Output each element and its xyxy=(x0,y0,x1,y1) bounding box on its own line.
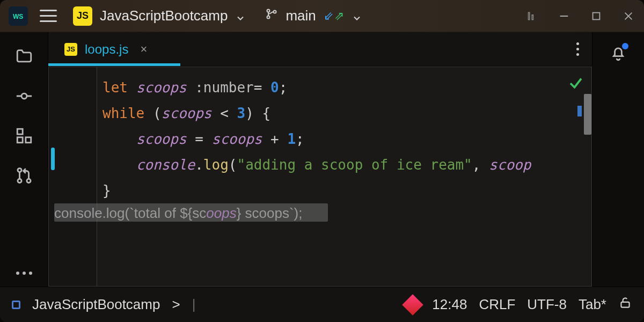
main-menu-button[interactable] xyxy=(40,10,57,22)
editor-tab-bar: JS loops.js × xyxy=(48,32,592,67)
main-area: JS loops.js × let scoops :number= 0; whi… xyxy=(0,32,644,287)
svg-point-17 xyxy=(26,179,30,182)
build-icon[interactable] xyxy=(402,294,423,316)
vertical-scrollbar[interactable] xyxy=(584,94,591,135)
close-window-button[interactable] xyxy=(623,10,634,22)
cursor-position[interactable]: 12:48 xyxy=(432,296,467,313)
svg-rect-18 xyxy=(621,302,629,308)
error-stripe-mark[interactable] xyxy=(577,106,582,116)
branch-name: main xyxy=(286,8,316,24)
close-tab-button[interactable]: × xyxy=(140,42,147,56)
problems-ok-icon[interactable] xyxy=(568,75,584,93)
chevron-down-icon xyxy=(235,11,246,21)
notification-dot-icon xyxy=(622,43,628,49)
commit-tool-button[interactable] xyxy=(15,87,33,105)
account-icon[interactable] xyxy=(525,10,537,22)
svg-point-9 xyxy=(21,93,27,99)
left-tool-rail xyxy=(0,32,48,287)
svg-rect-14 xyxy=(25,137,31,143)
svg-rect-4 xyxy=(532,14,533,19)
editor-area: JS loops.js × let scoops :number= 0; whi… xyxy=(48,32,592,287)
tab-active-indicator xyxy=(48,63,180,66)
indent-setting[interactable]: Tab* xyxy=(579,296,606,313)
module-icon xyxy=(12,301,20,309)
status-bar: JavaScriptBootcamp > | 12:48 CRLF UTF-8 … xyxy=(0,287,644,322)
more-tools-button[interactable] xyxy=(16,272,32,275)
breadcrumb-project[interactable]: JavaScriptBootcamp xyxy=(32,296,160,313)
gutter xyxy=(49,67,97,286)
tab-actions-button[interactable] xyxy=(576,42,579,56)
pull-requests-tool-button[interactable] xyxy=(15,166,33,185)
structure-tool-button[interactable] xyxy=(15,127,33,145)
svg-point-15 xyxy=(17,169,21,172)
code-editor[interactable]: let scoops :number= 0; while (scoops < 3… xyxy=(48,67,592,287)
branch-icon xyxy=(265,8,278,24)
project-name: JavaScriptBootcamp xyxy=(100,8,228,24)
svg-point-16 xyxy=(17,179,21,182)
right-tool-rail xyxy=(592,32,644,287)
svg-point-0 xyxy=(267,10,270,12)
js-file-icon: JS xyxy=(64,43,77,56)
file-encoding[interactable]: UTF-8 xyxy=(527,296,567,313)
file-tab-loops-js[interactable]: JS loops.js × xyxy=(58,39,153,60)
readonly-toggle[interactable] xyxy=(618,296,632,313)
svg-rect-13 xyxy=(17,137,23,143)
maximize-button[interactable] xyxy=(590,10,602,22)
vcs-widget[interactable]: main ⇙⇗ xyxy=(265,8,362,24)
breadcrumb-separator: > xyxy=(172,296,180,313)
project-selector[interactable]: JS JavaScriptBootcamp xyxy=(69,4,250,28)
caret-line-indicator xyxy=(51,148,55,170)
code-content[interactable]: let scoops :number= 0; while (scoops < 3… xyxy=(97,67,591,286)
chevron-down-icon[interactable] xyxy=(352,11,362,21)
project-tool-button[interactable] xyxy=(15,47,33,65)
svg-rect-12 xyxy=(17,129,23,134)
svg-rect-6 xyxy=(593,12,600,19)
js-badge-icon: JS xyxy=(73,6,92,26)
webstorm-icon xyxy=(9,6,28,26)
notifications-button[interactable] xyxy=(609,44,627,64)
code-line-overflow: console.log(`total of ${scoops} scoops`)… xyxy=(54,200,569,226)
svg-point-2 xyxy=(274,11,276,13)
line-separator[interactable]: CRLF xyxy=(479,296,515,313)
tab-filename: loops.js xyxy=(85,42,128,57)
svg-point-1 xyxy=(267,16,270,19)
svg-rect-3 xyxy=(529,12,530,20)
update-project-icon[interactable]: ⇙⇗ xyxy=(324,9,344,23)
title-bar: JS JavaScriptBootcamp main ⇙⇗ xyxy=(0,0,644,32)
minimize-button[interactable] xyxy=(558,10,570,22)
